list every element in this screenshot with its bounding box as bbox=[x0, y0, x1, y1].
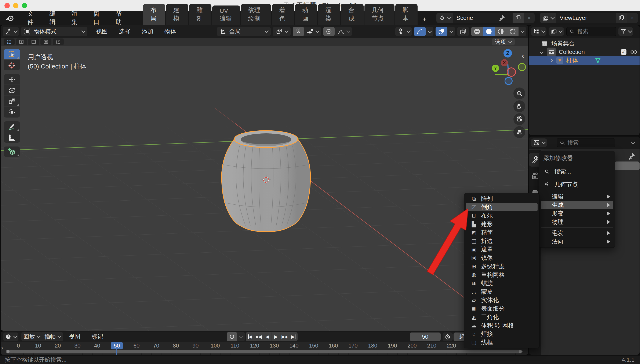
workspace-tab-纹理绘制[interactable]: 纹理绘制 bbox=[241, 4, 271, 25]
sidebar-collapse-chevron[interactable]: ‹ bbox=[522, 52, 524, 60]
topbar-menu-窗口[interactable]: 窗口 bbox=[86, 11, 108, 25]
topbar-menu-编辑[interactable]: 编辑 bbox=[42, 11, 64, 25]
eye-icon[interactable] bbox=[630, 48, 637, 56]
tool-select-box[interactable] bbox=[4, 49, 20, 60]
workspace-tab-脚本[interactable]: 脚本 bbox=[395, 4, 417, 25]
frame-tick-200[interactable]: 200 bbox=[407, 342, 416, 349]
tool-transform[interactable] bbox=[4, 107, 20, 118]
scene-name-field[interactable]: Scene bbox=[453, 13, 513, 23]
snap-toggle[interactable] bbox=[293, 27, 304, 36]
frame-tick-0[interactable]: 0 bbox=[17, 342, 20, 349]
playhead[interactable] bbox=[116, 349, 117, 355]
modifier-item-螺旋[interactable]: ≋螺旋 bbox=[466, 279, 538, 288]
modifier-category-生成[interactable]: 生成 bbox=[541, 201, 613, 209]
frame-tick-40[interactable]: 40 bbox=[94, 342, 100, 349]
add-modifier-button-partial[interactable] bbox=[615, 162, 639, 170]
frame-tick-80[interactable]: 80 bbox=[173, 342, 179, 349]
tool-rotate[interactable] bbox=[4, 85, 20, 96]
next-keyframe-button[interactable]: ▶◆ bbox=[280, 332, 289, 341]
frame-tick-20[interactable]: 20 bbox=[55, 342, 61, 349]
shading-solid-button[interactable] bbox=[483, 27, 495, 36]
outliner-editor-type-button[interactable] bbox=[531, 27, 546, 36]
shading-rendered-button[interactable] bbox=[507, 27, 519, 36]
frame-tick-170[interactable]: 170 bbox=[348, 342, 357, 349]
modifier-item-建形[interactable]: ▙建形 bbox=[466, 220, 538, 228]
modifier-category-物理[interactable]: 物理 bbox=[541, 218, 613, 226]
select-mode-intersect-button[interactable] bbox=[53, 38, 64, 45]
camera-view-button[interactable] bbox=[513, 113, 525, 125]
menu-view[interactable]: 视图 bbox=[63, 333, 86, 341]
gizmo-dropdown[interactable] bbox=[426, 27, 434, 36]
topbar-menu-渲染[interactable]: 渲染 bbox=[64, 11, 86, 25]
proportional-edit-toggle[interactable] bbox=[323, 27, 335, 36]
outliner-filter-type-button[interactable] bbox=[549, 27, 564, 36]
outliner-row-object[interactable]: ▼ 柱体 bbox=[529, 56, 639, 65]
scene-new-copy-button[interactable] bbox=[513, 13, 524, 23]
pan-view-button[interactable] bbox=[513, 100, 525, 112]
outliner-filter-button[interactable] bbox=[618, 27, 633, 36]
tool-add-primitive[interactable] bbox=[4, 146, 20, 157]
workspace-tab-UV编辑[interactable]: UV编辑 bbox=[212, 6, 240, 25]
workspace-tab-几何节点[interactable]: 几何节点 bbox=[364, 4, 394, 25]
show-overlays-toggle[interactable] bbox=[436, 27, 448, 36]
blender-logo-icon[interactable] bbox=[6, 14, 15, 22]
add-workspace-button[interactable]: + bbox=[418, 14, 431, 25]
modifier-item-精简[interactable]: ◩精简 bbox=[466, 228, 538, 237]
workspace-tab-雕刻[interactable]: 雕刻 bbox=[189, 4, 211, 25]
modifier-item-蒙皮[interactable]: ◡蒙皮 bbox=[466, 288, 538, 296]
viewlayer-icon-button[interactable] bbox=[540, 13, 556, 23]
modifier-item-实体化[interactable]: ▱实体化 bbox=[466, 296, 538, 304]
pin-icon[interactable] bbox=[628, 152, 635, 160]
frame-tick-220[interactable]: 220 bbox=[447, 342, 456, 349]
play-reverse-button[interactable]: ◀ bbox=[263, 332, 272, 341]
workspace-tab-建模[interactable]: 建模 bbox=[166, 4, 188, 25]
modifier-item-表面细分[interactable]: ◙表面细分 bbox=[466, 304, 538, 313]
shading-dropdown[interactable] bbox=[519, 27, 526, 36]
modifier-category-编辑[interactable]: 编辑 bbox=[541, 192, 613, 201]
use-preview-range-button[interactable] bbox=[443, 332, 453, 341]
frame-tick-120[interactable]: 120 bbox=[250, 342, 259, 349]
frame-tick-100[interactable]: 100 bbox=[210, 342, 220, 349]
menu-playback[interactable]: 回放 bbox=[21, 332, 42, 342]
scene-unlink-button[interactable]: ✕ bbox=[524, 13, 535, 23]
overlays-dropdown[interactable] bbox=[448, 27, 455, 36]
modifier-item-拆边[interactable]: ◫拆边 bbox=[466, 237, 538, 245]
workspace-tab-动画[interactable]: 动画 bbox=[295, 4, 317, 25]
pin-icon[interactable] bbox=[498, 14, 505, 21]
ortho-grid-button[interactable] bbox=[513, 126, 525, 138]
show-gizmo-toggle[interactable] bbox=[414, 27, 426, 36]
frame-tick-150[interactable]: 150 bbox=[309, 342, 318, 349]
properties-editor-type-button[interactable] bbox=[531, 138, 547, 147]
viewport-menu-视图[interactable]: 视图 bbox=[90, 28, 113, 36]
tool-cursor-3d[interactable] bbox=[4, 60, 20, 70]
tool-move[interactable] bbox=[4, 74, 20, 84]
frame-tick-190[interactable]: 190 bbox=[388, 342, 397, 349]
timeline-scrollbar[interactable] bbox=[6, 350, 523, 354]
auto-key-toggle[interactable] bbox=[227, 332, 237, 342]
select-mode-subtract-button[interactable] bbox=[28, 38, 39, 45]
editor-type-button[interactable] bbox=[3, 27, 19, 36]
timeline-ruler[interactable]: › ‹ 010203040506070809010011012013014015… bbox=[1, 342, 528, 355]
modifier-item-倒角[interactable]: ◸倒角 bbox=[466, 203, 538, 212]
viewlayer-remove-button[interactable]: ✕ bbox=[627, 13, 638, 23]
viewport-menu-选择[interactable]: 选择 bbox=[113, 28, 136, 36]
play-button[interactable]: ▶ bbox=[272, 332, 280, 341]
viewport-menu-添加[interactable]: 添加 bbox=[136, 28, 159, 36]
menu-keying[interactable]: 插帧 bbox=[42, 332, 63, 342]
close-window-button[interactable] bbox=[5, 3, 10, 8]
zoom-view-button[interactable] bbox=[513, 88, 525, 99]
minimize-window-button[interactable] bbox=[13, 3, 19, 8]
proportional-falloff-button[interactable] bbox=[335, 27, 352, 36]
select-mode-new-button[interactable] bbox=[4, 38, 15, 45]
modifier-category-形变[interactable]: 形变 bbox=[541, 209, 613, 218]
jump-to-start-button[interactable]: ◀ bbox=[246, 332, 254, 341]
frame-tick-140[interactable]: 140 bbox=[289, 342, 298, 349]
select-mode-extend-button[interactable] bbox=[16, 38, 27, 45]
shading-material-button[interactable] bbox=[495, 27, 507, 36]
modifier-item-焊接[interactable]: ◌焊接 bbox=[466, 330, 538, 338]
gizmo-z-axis[interactable]: Z bbox=[504, 49, 512, 58]
topbar-menu-文件[interactable]: 文件 bbox=[20, 11, 42, 25]
scene-icon-button[interactable] bbox=[437, 13, 453, 23]
frame-tick-60[interactable]: 60 bbox=[134, 342, 140, 349]
xray-toggle[interactable] bbox=[457, 27, 469, 36]
